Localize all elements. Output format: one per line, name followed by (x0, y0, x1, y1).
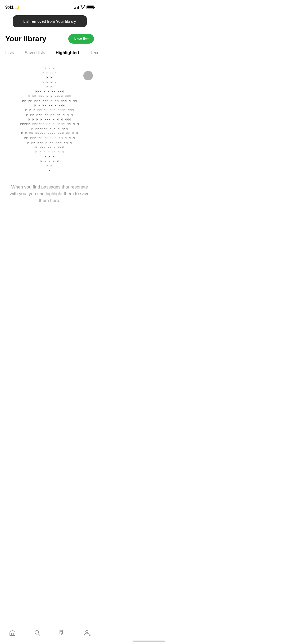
status-bar: 9:41 🌙 (0, 0, 99, 13)
empty-state: When you find passages that resonate wit… (0, 176, 99, 215)
scroll-indicator (83, 71, 93, 80)
new-list-button[interactable]: New list (68, 34, 94, 44)
tab-highlighted[interactable]: Highlighted (50, 48, 84, 58)
moon-icon: 🌙 (15, 6, 19, 10)
m-cloud-display: M M M M M M M M M M M M M M M MMM M (3, 66, 97, 173)
signal-icon (74, 6, 79, 9)
tabs-container: Lists Saved lists Highlighted Recently v… (0, 44, 99, 58)
page-title: Your library (5, 35, 46, 43)
wifi-icon (80, 5, 85, 10)
tab-saved-lists[interactable]: Saved lists (19, 48, 50, 58)
page-header: Your library New list (0, 29, 99, 44)
toast-notification: List removed from Your library (13, 15, 87, 27)
tab-lists[interactable]: Lists (0, 48, 19, 58)
status-time: 9:41 (5, 5, 13, 10)
status-icons (74, 5, 94, 10)
tab-recently-viewed[interactable]: Recently viewed (84, 48, 99, 58)
battery-icon (87, 6, 94, 9)
